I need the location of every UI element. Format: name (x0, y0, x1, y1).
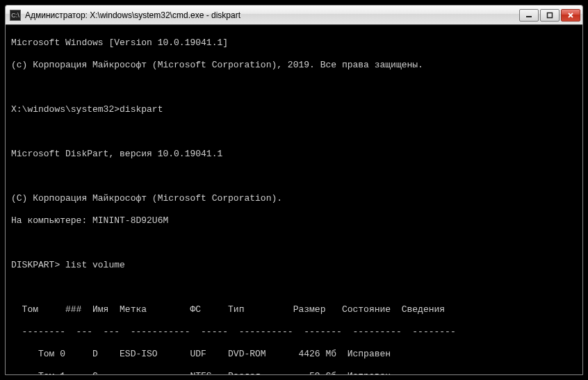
blank-line (11, 82, 577, 93)
window-title: Администратор: X:\windows\system32\cmd.e… (25, 10, 515, 20)
titlebar[interactable]: C:\ Администратор: X:\windows\system32\c… (6, 6, 582, 25)
close-button[interactable] (561, 9, 580, 22)
prompt-line: DISKPART> list volume (11, 260, 577, 271)
table-separator: -------- --- --- ----------- ----- -----… (11, 327, 577, 338)
output-line: Microsoft DiskPart, версия 10.0.19041.1 (11, 149, 577, 160)
window-controls (519, 9, 580, 22)
svg-rect-1 (548, 13, 553, 17)
minimize-button[interactable] (519, 9, 539, 22)
output-line: Microsoft Windows [Version 10.0.19041.1] (11, 38, 577, 49)
table-header: Том ### Имя Метка ФС Тип Размер Состояни… (11, 304, 577, 315)
blank-line (11, 238, 577, 249)
maximize-button[interactable] (540, 9, 560, 22)
prompt-line: X:\windows\system32>diskpart (11, 104, 577, 115)
output-line: (C) Корпорация Майкрософт (Microsoft Cor… (11, 193, 577, 204)
table-row: Том 0 D ESD-ISO UDF DVD-ROM 4426 Мб Испр… (11, 349, 577, 360)
output-line: На компьютере: MININT-8D92U6M (11, 215, 577, 226)
blank-line (11, 171, 577, 182)
table-row: Том 1 C NTFS Раздел 59 Gб Исправен (11, 371, 577, 374)
cmd-icon: C:\ (10, 10, 21, 21)
blank-line (11, 126, 577, 138)
output-line: (c) Корпорация Майкрософт (Microsoft Cor… (11, 60, 577, 71)
blank-line (11, 282, 577, 293)
terminal-output[interactable]: Microsoft Windows [Version 10.0.19041.1]… (6, 25, 582, 374)
command-prompt-window: C:\ Администратор: X:\windows\system32\c… (5, 5, 583, 375)
